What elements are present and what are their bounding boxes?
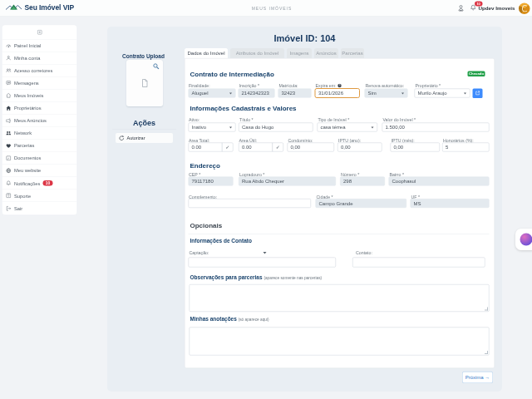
svg-text:?: ? bbox=[339, 84, 341, 87]
